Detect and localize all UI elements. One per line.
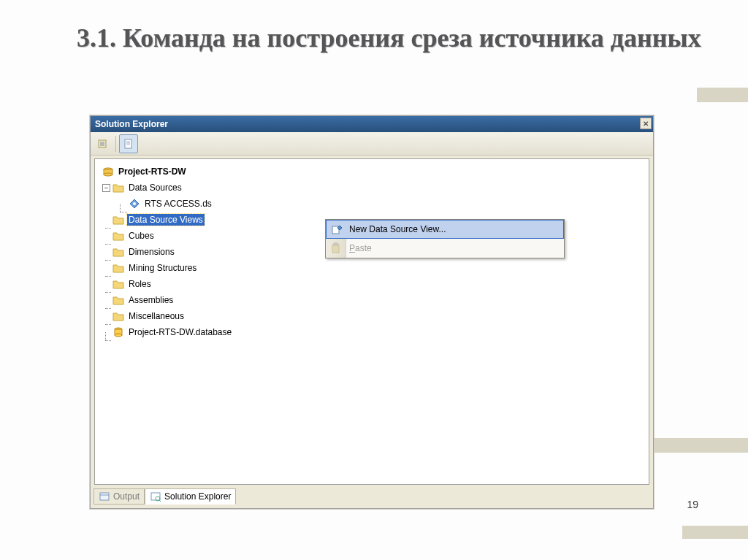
- tree-node-miscellaneous[interactable]: Miscellaneous: [98, 308, 646, 324]
- tree-label: Project-RTS-DW: [117, 166, 188, 177]
- tree-node-database[interactable]: Project-RTS-DW.database: [98, 324, 646, 340]
- menu-item-label: Paste: [349, 243, 372, 253]
- tree-label: Miscellaneous: [127, 310, 186, 322]
- close-icon[interactable]: ✕: [640, 118, 652, 129]
- paste-icon: [329, 242, 343, 255]
- svg-point-15: [115, 334, 122, 337]
- bottom-tabs: Output Solution Explorer: [94, 488, 650, 505]
- tree-label: RTS ACCESS.ds: [143, 198, 213, 210]
- slide-title: 3.1. Команда на построения среза источни…: [77, 22, 701, 55]
- menu-item-paste: Paste: [326, 239, 564, 258]
- folder-icon: [112, 262, 124, 274]
- output-icon: [99, 491, 110, 502]
- tree-label: Mining Structures: [127, 262, 198, 274]
- decoration: [697, 88, 748, 102]
- tab-output[interactable]: Output: [94, 488, 145, 505]
- folder-icon: [112, 278, 124, 290]
- menu-item-label: New Data Source View...: [349, 224, 446, 234]
- tree-label: Assemblies: [127, 294, 175, 306]
- tree-node-roles[interactable]: Roles: [98, 276, 646, 292]
- svg-line-24: [159, 500, 161, 502]
- separator: [115, 136, 116, 152]
- tree-node-mining-structures[interactable]: Mining Structures: [98, 260, 646, 276]
- decoration: [682, 526, 748, 539]
- tree-label: Roles: [127, 278, 153, 290]
- properties-button[interactable]: [94, 134, 112, 153]
- tree-node-rts-access[interactable]: RTS ACCESS.ds: [98, 196, 646, 212]
- svg-rect-4: [125, 139, 131, 148]
- svg-point-10: [104, 173, 112, 176]
- datasource-icon: [129, 198, 140, 210]
- show-all-files-button[interactable]: [119, 134, 138, 153]
- tab-label: Output: [113, 491, 140, 502]
- tree-label: Data Sources: [127, 182, 183, 193]
- panel-toolbar: [91, 132, 653, 156]
- solution-explorer-icon: [150, 491, 161, 502]
- folder-icon: [112, 230, 124, 242]
- tree-area: Project-RTS-DW − Data Sources RTS ACCESS…: [94, 158, 649, 485]
- solution-explorer-panel: Solution Explorer ✕: [90, 115, 654, 509]
- folder-icon: [112, 310, 124, 322]
- tree-node-project[interactable]: Project-RTS-DW: [98, 164, 646, 180]
- tree-label: Project-RTS-DW.database: [127, 326, 233, 338]
- svg-point-12: [133, 202, 136, 205]
- document-icon: [123, 138, 134, 150]
- new-dsv-icon: [330, 223, 343, 237]
- svg-rect-18: [332, 245, 339, 253]
- panel-titlebar: Solution Explorer ✕: [91, 116, 653, 132]
- tab-solution-explorer[interactable]: Solution Explorer: [145, 488, 236, 505]
- tree-label: Data Source Views: [127, 214, 205, 226]
- menu-item-new-data-source-view[interactable]: New Data Source View...: [326, 220, 564, 239]
- svg-rect-20: [100, 493, 109, 500]
- page-number: 19: [687, 499, 698, 510]
- folder-icon: [112, 294, 124, 306]
- project-icon: [102, 166, 114, 177]
- panel-title: Solution Explorer: [95, 119, 168, 129]
- folder-icon: [112, 214, 124, 226]
- tree-label: Cubes: [127, 230, 156, 242]
- collapse-icon[interactable]: −: [102, 184, 110, 192]
- folder-icon: [112, 182, 124, 193]
- properties-icon: [97, 138, 109, 150]
- tree-node-data-sources[interactable]: − Data Sources: [98, 180, 646, 196]
- tree-label: Dimensions: [127, 246, 176, 258]
- folder-icon: [112, 246, 124, 258]
- context-menu: New Data Source View... Paste: [325, 219, 565, 258]
- database-icon: [112, 326, 124, 338]
- tab-label: Solution Explorer: [164, 491, 231, 502]
- svg-rect-19: [334, 243, 337, 245]
- tree-node-assemblies[interactable]: Assemblies: [98, 292, 646, 308]
